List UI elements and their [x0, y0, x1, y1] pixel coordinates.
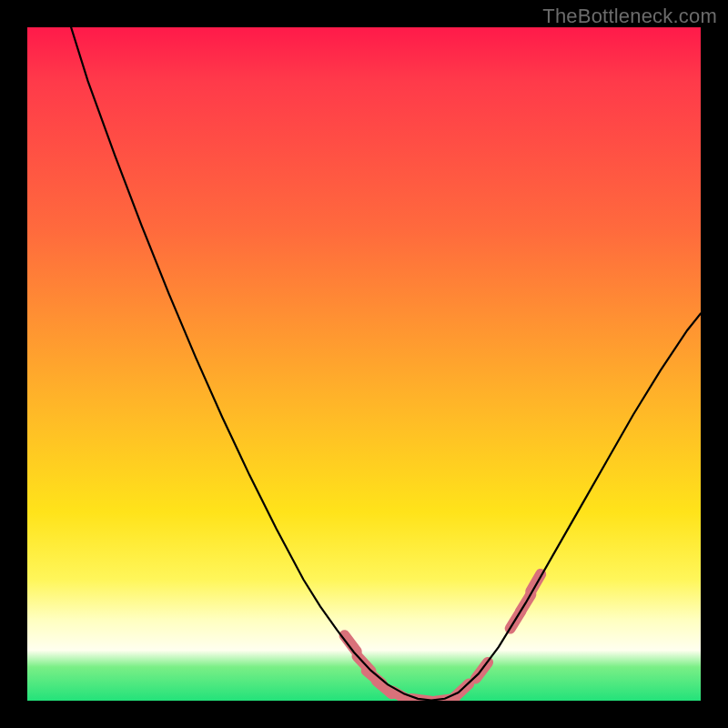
bottleneck-curve [27, 27, 701, 701]
curve-marker [531, 574, 541, 592]
attribution-text: TheBottleneck.com [542, 5, 717, 28]
chart-frame: TheBottleneck.com [0, 0, 728, 728]
plot-area [27, 27, 701, 701]
